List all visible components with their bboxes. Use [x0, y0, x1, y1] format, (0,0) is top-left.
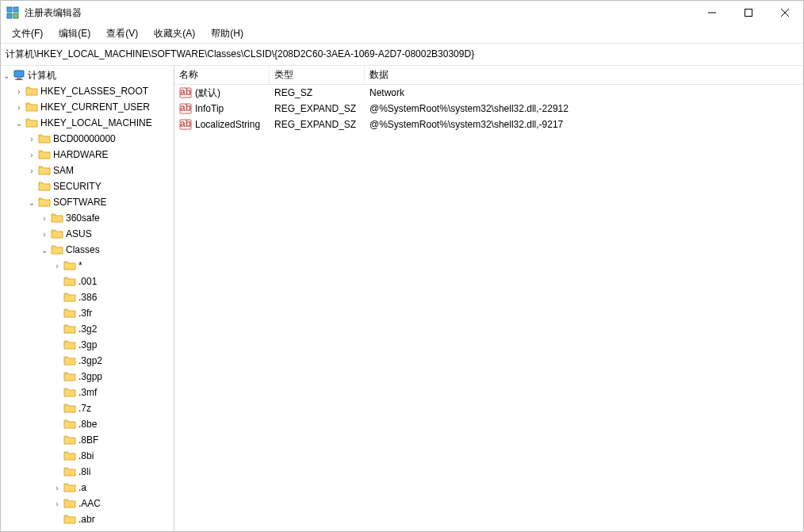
- chevron-right-icon[interactable]: ›: [13, 87, 25, 96]
- tree-node[interactable]: ›ASUS: [1, 226, 174, 242]
- svg-text:ab: ab: [180, 87, 191, 98]
- tree-node[interactable]: .7z: [1, 400, 174, 416]
- tree-node[interactable]: ›*: [1, 258, 174, 274]
- chevron-right-icon[interactable]: ›: [52, 262, 63, 270]
- menu-file[interactable]: 文件(F): [4, 25, 51, 42]
- svg-rect-0: [7, 7, 12, 12]
- chevron-right-icon[interactable]: ›: [13, 103, 25, 112]
- tree-node[interactable]: ›.AAC: [1, 496, 174, 511]
- chevron-down-icon[interactable]: ⌄: [39, 246, 50, 255]
- tree-node-label: .7z: [78, 403, 94, 414]
- tree-node-label: .3gpp: [78, 371, 105, 382]
- tree-node[interactable]: .8be: [1, 416, 174, 432]
- tree-node[interactable]: ⌄SOFTWARE: [1, 194, 174, 210]
- svg-rect-1: [13, 7, 18, 12]
- string-value-icon: ab: [179, 87, 192, 98]
- col-type[interactable]: 类型: [270, 66, 365, 84]
- tree-node[interactable]: .3gp: [1, 337, 174, 353]
- svg-rect-3: [13, 13, 18, 18]
- tree-node[interactable]: SECURITY: [1, 178, 174, 194]
- value-type: REG_EXPAND_SZ: [270, 119, 365, 130]
- tree-node[interactable]: .8bi: [1, 448, 174, 464]
- list-body[interactable]: ab(默认)REG_SZNetworkabInfoTipREG_EXPAND_S…: [174, 85, 803, 531]
- tree-node-label: SAM: [53, 165, 77, 176]
- tree-node[interactable]: ›BCD00000000: [1, 131, 174, 147]
- chevron-down-icon[interactable]: ⌄: [26, 198, 37, 207]
- tree-node-label: SECURITY: [53, 181, 105, 192]
- folder-icon: [63, 466, 77, 477]
- chevron-right-icon[interactable]: ›: [26, 135, 37, 144]
- tree-node[interactable]: .3gpp: [1, 369, 174, 385]
- chevron-right-icon[interactable]: ›: [39, 214, 50, 223]
- menubar: 文件(F) 编辑(E) 查看(V) 收藏夹(A) 帮助(H): [1, 25, 803, 44]
- col-name[interactable]: 名称: [174, 66, 270, 84]
- tree-node[interactable]: ›HARDWARE: [1, 147, 174, 163]
- value-type: REG_SZ: [270, 87, 365, 98]
- folder-icon: [50, 212, 64, 224]
- close-button[interactable]: [767, 1, 803, 25]
- string-value-icon: ab: [179, 119, 192, 130]
- tree-node-label: 360safe: [66, 212, 103, 224]
- folder-icon: [37, 181, 52, 192]
- tree-view[interactable]: ⌄计算机›HKEY_CLASSES_ROOT›HKEY_CURRENT_USER…: [1, 66, 174, 531]
- list-row[interactable]: abLocalizedStringREG_EXPAND_SZ@%SystemRo…: [174, 117, 803, 132]
- folder-icon: [50, 244, 64, 255]
- tree-node[interactable]: ›HKEY_CLASSES_ROOT: [1, 83, 174, 99]
- chevron-right-icon[interactable]: ›: [52, 499, 63, 508]
- menu-favorites[interactable]: 收藏夹(A): [146, 25, 203, 42]
- tree-node-label: .001: [78, 276, 100, 287]
- string-value-icon: ab: [179, 103, 192, 114]
- chevron-down-icon[interactable]: ⌄: [1, 71, 12, 80]
- menu-edit[interactable]: 编辑(E): [51, 25, 98, 42]
- folder-icon: [63, 260, 77, 271]
- folder-icon: [63, 292, 77, 303]
- chevron-right-icon[interactable]: ›: [52, 484, 63, 492]
- tree-node-label: Classes: [66, 244, 103, 255]
- tree-node[interactable]: .8li: [1, 464, 174, 480]
- tree-node[interactable]: .386: [1, 289, 174, 305]
- tree-node[interactable]: ›HKEY_CURRENT_USER: [1, 99, 174, 115]
- address-text: 计算机\HKEY_LOCAL_MACHINE\SOFTWARE\Classes\…: [6, 48, 474, 61]
- address-bar[interactable]: 计算机\HKEY_LOCAL_MACHINE\SOFTWARE\Classes\…: [1, 44, 803, 66]
- tree-node[interactable]: .abr: [1, 511, 174, 527]
- folder-icon: [37, 165, 52, 176]
- folder-icon: [63, 403, 77, 414]
- chevron-down-icon[interactable]: ⌄: [13, 119, 25, 128]
- tree-node-label: HKEY_CURRENT_USER: [40, 101, 153, 113]
- value-data: @%SystemRoot%\system32\shell32.dll,-2291…: [365, 103, 803, 114]
- tree-node[interactable]: ⌄HKEY_LOCAL_MACHINE: [1, 115, 174, 131]
- tree-node[interactable]: ⌄计算机: [1, 67, 174, 83]
- tree-node[interactable]: .3fr: [1, 305, 174, 321]
- tree-node[interactable]: ⌄Classes: [1, 242, 174, 258]
- tree-node-label: .8li: [78, 466, 94, 477]
- tree-node-label: HARDWARE: [53, 149, 112, 160]
- tree-node[interactable]: .3mf: [1, 385, 174, 400]
- tree-node[interactable]: .8BF: [1, 432, 174, 448]
- col-data[interactable]: 数据: [365, 66, 803, 84]
- computer-icon: [12, 70, 26, 81]
- tree-node[interactable]: .3gp2: [1, 353, 174, 369]
- chevron-right-icon[interactable]: ›: [26, 151, 37, 159]
- chevron-right-icon[interactable]: ›: [39, 230, 50, 239]
- menu-help[interactable]: 帮助(H): [203, 25, 251, 42]
- registry-editor-window: 注册表编辑器 文件(F) 编辑(E) 查看(V) 收藏夹(A) 帮助(H) 计算…: [0, 0, 804, 532]
- tree-node[interactable]: .001: [1, 274, 174, 289]
- tree-node[interactable]: ›SAM: [1, 163, 174, 178]
- list-row[interactable]: abInfoTipREG_EXPAND_SZ@%SystemRoot%\syst…: [174, 101, 803, 117]
- menu-view[interactable]: 查看(V): [98, 25, 146, 42]
- tree-node[interactable]: .3g2: [1, 321, 174, 337]
- maximize-button[interactable]: [730, 1, 767, 25]
- folder-icon: [63, 371, 77, 382]
- value-data: Network: [365, 87, 803, 98]
- minimize-button[interactable]: [694, 1, 730, 25]
- svg-rect-2: [7, 13, 12, 18]
- tree-node[interactable]: ›.a: [1, 480, 174, 496]
- folder-icon: [50, 228, 64, 239]
- folder-icon: [25, 86, 39, 97]
- tree-node[interactable]: ›360safe: [1, 210, 174, 226]
- chevron-right-icon[interactable]: ›: [26, 166, 37, 175]
- svg-text:ab: ab: [180, 103, 191, 113]
- tree-node-label: ASUS: [66, 228, 95, 239]
- folder-icon: [25, 101, 39, 113]
- list-row[interactable]: ab(默认)REG_SZNetwork: [174, 85, 803, 101]
